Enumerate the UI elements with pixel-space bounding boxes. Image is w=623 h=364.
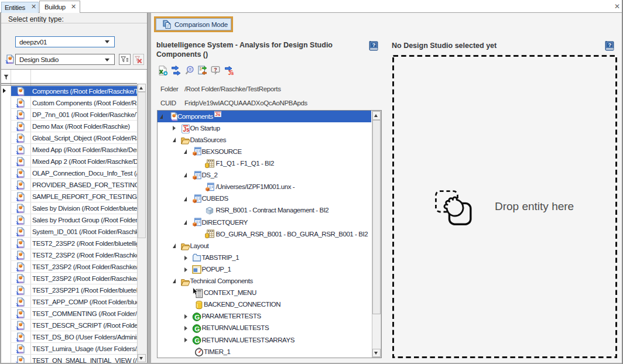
svg-text:?: ? [608, 42, 612, 48]
svg-text:?: ? [372, 42, 376, 48]
svg-text:G: G [194, 313, 200, 320]
svg-text:Js: Js [183, 126, 190, 133]
svg-text:G: G [194, 325, 200, 332]
svg-text:?: ? [214, 67, 217, 73]
svg-text:G: G [194, 337, 200, 344]
